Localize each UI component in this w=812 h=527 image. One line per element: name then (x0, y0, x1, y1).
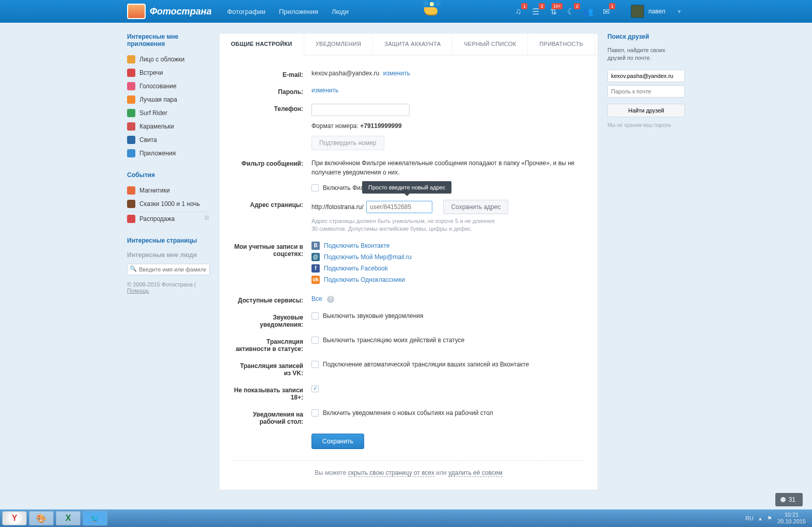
app-icon (127, 136, 135, 144)
sidebar-event-magnetiki[interactable]: Магнитики (127, 184, 210, 197)
floating-counter[interactable]: 31 (775, 493, 803, 506)
tab-privacy[interactable]: ПРИВАТНОСТЬ (528, 34, 595, 55)
help-link[interactable]: Помощь (127, 288, 149, 294)
sidebar-events-title: События (127, 171, 210, 179)
page-url-input[interactable] (366, 201, 432, 213)
help-icon[interactable]: ? (327, 296, 334, 303)
sidebar-item-apps[interactable]: Приложения (127, 147, 210, 160)
music-icon[interactable]: ♫1 (513, 6, 523, 17)
ok-icon: ok (311, 276, 320, 284)
tab-general[interactable]: ОБЩИЕ НАСТРОЙКИ (220, 34, 304, 55)
bottom-actions: Вы можете скрыть свою страницу от всех и… (234, 469, 583, 476)
dot-icon (780, 497, 786, 502)
nav-apps[interactable]: Приложения (279, 8, 318, 15)
tray-lang[interactable]: RU (745, 515, 754, 521)
phone-format-label: Формат номера: (311, 122, 358, 130)
status-checkbox-label: Выключить трансляцию моих действий в ста… (323, 337, 464, 344)
nav-people[interactable]: Люди (332, 8, 349, 15)
sidebar-item-label: Сказки 1000 и 1 ночь (139, 200, 200, 207)
email-change-link[interactable]: изменить (383, 70, 410, 77)
confirm-phone-button[interactable]: Подтвердить номер (311, 136, 384, 150)
socials-label: Мои учетные записи в соцсетях: (234, 242, 311, 258)
url-hint: Адрес страницы должен быть уникальным, н… (311, 217, 583, 233)
tray-flag-icon[interactable]: ⚑ (767, 515, 772, 521)
sidebar-apps-title: Интересные мне приложения (127, 33, 210, 47)
sidebar-event-tales[interactable]: Сказки 1000 и 1 ночь (127, 197, 210, 212)
friends-search-note: Павел, найдите своих друзей по почте. (607, 46, 685, 62)
sidebar-item-voting[interactable]: Голосование (127, 79, 210, 93)
tray-clock[interactable]: 10:21 20.10.2015 (777, 512, 806, 521)
tab-notifications[interactable]: УВЕДОМЛЕНИЯ (304, 34, 373, 55)
taskbar-paint-button[interactable]: 🎨 (29, 511, 54, 521)
friends-password-input[interactable] (607, 85, 685, 98)
tab-blacklist[interactable]: ЧЕРНЫЙ СПИСОК (452, 34, 528, 55)
notes-icon[interactable]: ☰2 (530, 6, 541, 17)
user-menu[interactable]: павел ▾ (627, 3, 685, 20)
sidebar-item-meetings[interactable]: Встречи (127, 66, 210, 79)
updates-badge: 10+ (552, 3, 563, 9)
windows-taskbar: Y 🎨 X 🐦 RU ▴ ⚑ 10:21 20.10.2015 (0, 509, 812, 521)
taskbar-twitter-button[interactable]: 🐦 (83, 511, 107, 521)
sidebar-item-label: Голосование (139, 83, 177, 90)
user-name: павел (648, 8, 665, 15)
mailru-icon: @ (311, 253, 320, 261)
taskbar-yandex-button[interactable]: Y (2, 511, 27, 521)
sidebar-item-best-pair[interactable]: Лучшая пара (127, 93, 210, 106)
logo[interactable]: Фотострана (127, 4, 212, 19)
taskbar-excel-button[interactable]: X (56, 511, 81, 521)
sidebar-item-label: Встречи (139, 69, 163, 76)
facebook-icon: f (311, 264, 320, 273)
sidebar-search-input[interactable] (127, 264, 210, 275)
status-checkbox[interactable] (311, 337, 319, 344)
save-address-button[interactable]: Сохранить адрес (443, 200, 508, 214)
tab-security[interactable]: ЗАЩИТА АККАУНТА (373, 34, 452, 55)
tray-up-icon[interactable]: ▴ (759, 515, 762, 521)
sidebar-item-surf-rider[interactable]: Surf Rider (127, 106, 210, 120)
desktop-checkbox[interactable] (311, 409, 319, 417)
sound-checkbox[interactable] (311, 312, 319, 320)
sidebar-item-label: Лицо с обложки (139, 56, 184, 63)
connect-vk-link[interactable]: Подключить Вконтакте (324, 242, 389, 249)
nav-photos[interactable]: Фотографии (227, 8, 266, 15)
find-friends-button[interactable]: Найти друзей (607, 104, 685, 117)
phone-input[interactable] (311, 104, 410, 116)
connect-mailru-link[interactable]: Подключить Мой Мир@mail.ru (324, 253, 412, 261)
system-tray: RU ▴ ⚑ 10:21 20.10.2015 (745, 512, 812, 521)
sidebar-item-label: Приложения (139, 150, 176, 157)
password-change-link[interactable]: изменить (311, 87, 338, 94)
updates-icon[interactable]: ⇅10+ (548, 6, 558, 17)
vk-sync-checkbox[interactable] (311, 361, 319, 368)
app-icon (127, 95, 135, 104)
left-sidebar: Интересные мне приложения Лицо с обложки… (127, 33, 210, 490)
sidebar-item-svita[interactable]: Свита (127, 133, 210, 147)
sidebar-item-label: Магнитики (139, 187, 170, 194)
connect-facebook-link[interactable]: Подключить Facebook (324, 265, 388, 272)
save-button[interactable]: Сохранить (311, 434, 364, 449)
delete-page-link[interactable]: удалить её совсем (448, 469, 503, 477)
services-value-link[interactable]: Все (311, 295, 322, 302)
connect-ok-link[interactable]: Подключить Одноклассники (324, 276, 405, 283)
hide-page-link[interactable]: скрыть свою страницу от всех (348, 469, 434, 477)
gear-icon[interactable]: ⚙ (204, 214, 210, 221)
adult-label: Не показывать записи 18+: (234, 385, 311, 401)
sidebar-item-cover-face[interactable]: Лицо с обложки (127, 53, 210, 66)
friends-icon[interactable]: 👥 (583, 6, 594, 17)
moon-icon[interactable]: ☾2 (566, 6, 576, 17)
friends-email-input[interactable] (607, 70, 685, 82)
sidebar-pages-title: Интересные страницы (127, 237, 210, 244)
lamp-icon[interactable] (413, 1, 449, 22)
app-icon (127, 55, 135, 63)
vk-sync-label: Трансляция записей из VK: (234, 361, 311, 377)
filter-checkbox-label: Включить Фил (323, 184, 364, 191)
vk-icon: B (311, 242, 320, 250)
adult-checkbox[interactable] (311, 385, 319, 392)
settings-card: ОБЩИЕ НАСТРОЙКИ УВЕДОМЛЕНИЯ ЗАЩИТА АККАУ… (219, 33, 598, 490)
event-icon (127, 200, 135, 208)
main-nav: Фотографии Приложения Люди (227, 8, 349, 15)
mail-icon[interactable]: ✉1 (601, 6, 611, 17)
sidebar-event-sale[interactable]: Распродажа (127, 212, 210, 226)
filter-checkbox[interactable] (311, 184, 319, 191)
sidebar-item-label: Surf Rider (139, 109, 167, 117)
sidebar-item-caramel[interactable]: Карамельки (127, 120, 210, 133)
friends-search-title: Поиск друзей (607, 33, 685, 40)
